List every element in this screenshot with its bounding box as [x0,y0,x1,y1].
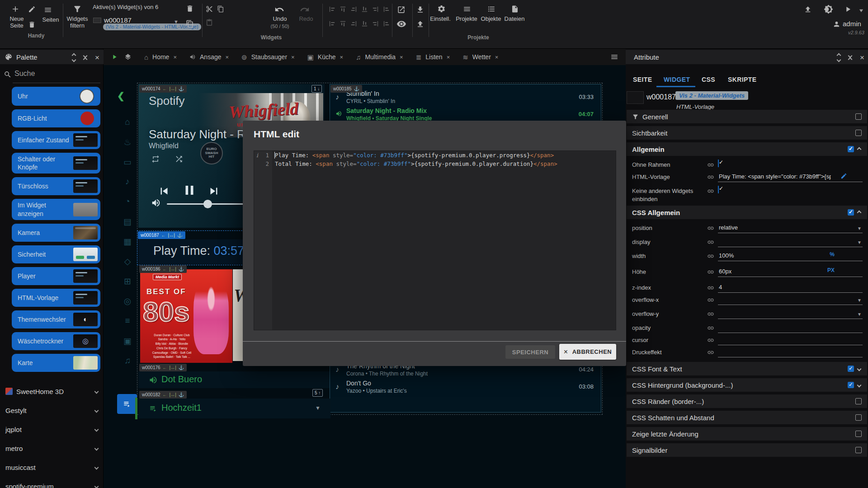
copy-icon[interactable] [217,5,224,13]
anchor-icon[interactable]: ⚓ [354,86,359,91]
redo-icon[interactable] [300,5,310,14]
speaker-row-widget[interactable]: Dot Buero [138,371,330,388]
chart-nav-icon[interactable]: ◔ [120,192,135,211]
pages-menu-icon[interactable] [44,6,52,14]
anchor-icon[interactable]: ⚓ [177,233,183,238]
attr-control[interactable]: 100%% [718,251,863,261]
palette-widget-html[interactable]: HTML-Vorlage [12,289,100,307]
dropdown-caret-icon[interactable]: ▼ [315,405,321,411]
align-top-icon[interactable] [339,5,347,13]
link-icon[interactable] [707,323,718,332]
resize-icon[interactable]: |↔| [170,86,176,91]
close-tab-icon[interactable]: × [340,54,344,61]
pause-icon[interactable] [182,183,197,198]
objects-list-icon[interactable] [487,5,495,13]
section-css-schatten-und-abstand[interactable]: CSS Schatten und Abstand [627,411,867,424]
link-icon[interactable] [707,172,718,181]
previous-track-icon[interactable] [157,184,171,198]
link-icon[interactable] [707,335,718,344]
anchor-icon[interactable]: ⚓ [179,365,184,370]
align-center-vertical-icon[interactable] [350,20,358,28]
attr-control[interactable]: ▼ [718,309,863,319]
chevron-down-icon[interactable] [857,366,862,371]
move-left-icon[interactable]: ← [161,233,166,238]
section-checkbox[interactable] [855,447,862,453]
attr-control[interactable]: ▼ [718,237,863,247]
volume-icon[interactable] [151,198,161,208]
palette-group-gestylt[interactable]: Gestylt [1,404,103,417]
resize-icon[interactable]: |↔| [170,392,176,397]
playlist-song-row[interactable]: ♪Don't GoYazoo • Upstairs at Eric's03:08 [330,379,601,396]
close-palette-icon[interactable]: × [95,54,99,61]
paste-icon[interactable] [206,19,213,26]
delete-widget-icon[interactable] [186,5,194,13]
section-sichtbarkeit[interactable]: Sichtbarkeit [627,126,867,140]
chevron-down-icon[interactable] [94,484,99,488]
user-name[interactable]: admin [843,20,861,28]
tab-staubsauger[interactable]: ⊚Staubsauger× [241,53,295,61]
chevron-down-icon[interactable] [94,465,99,469]
theme-icon[interactable] [824,5,833,14]
chevron-down-icon[interactable] [857,383,862,387]
bring-to-front-icon[interactable] [382,5,390,13]
link-icon[interactable] [707,347,718,356]
attr-control[interactable]: relative▼ [718,223,863,233]
palette-widget-state[interactable]: Einfacher Zustand [12,131,100,149]
distribute-horizontal-icon[interactable] [361,5,368,13]
section-signalbilder[interactable]: Signalbilder [627,443,867,457]
shuffle-icon[interactable] [175,155,184,164]
anchor-icon[interactable]: ⚓ [179,392,184,397]
unfold-more-icon[interactable] [72,54,75,61]
home-nav-icon[interactable]: ⌂ [120,112,135,132]
palette-widget-switches[interactable]: Schalter oder Knöpfe [12,153,100,174]
unit-label[interactable]: PX [827,267,835,273]
dropdown-caret-icon[interactable]: ▼ [857,240,862,245]
palette-widget-rgb[interactable]: RGB-Licht [12,109,100,127]
playlist-select-widget[interactable]: Hochzeit1 ▼ [138,399,330,418]
attr-checkbox[interactable] [718,186,719,193]
tab-listen[interactable]: ≣Listen× [416,53,450,61]
attr-control[interactable] [718,186,863,196]
unit-label[interactable]: % [830,251,835,258]
files-icon[interactable] [511,5,519,13]
section-generell[interactable]: Generell [627,110,867,123]
move-left-icon[interactable]: ← [163,267,167,272]
pages-button[interactable]: Seiten [37,16,64,23]
redo-button[interactable]: Redo [294,15,318,22]
attr-control[interactable]: ▼ [718,295,863,305]
grid-nav-icon[interactable]: ▦ [120,231,135,251]
resize-icon[interactable]: |↔| [170,365,176,370]
attr-control[interactable]: 60pxPX [718,267,863,277]
widget-badge[interactable]: w000186←|↔|⚓ [139,265,187,273]
run-view-icon[interactable] [111,53,118,61]
section-checkbox[interactable] [855,414,862,421]
pencil-icon[interactable] [28,5,36,13]
align-bottom-icon[interactable] [339,20,347,28]
section-checkbox[interactable] [855,398,862,404]
undo-button[interactable]: Undo [268,15,292,22]
section-checkbox[interactable] [848,146,854,152]
resize-icon[interactable]: |↔| [170,267,176,272]
palette-widget-security[interactable]: Sicherheit [12,245,100,263]
export-icon[interactable] [416,20,425,28]
dropdown-caret-icon[interactable]: ▼ [857,312,862,317]
widget-set-badge[interactable]: Vis 2 - Material-Widgets [675,91,748,100]
tv-nav-icon[interactable]: ▤ [120,211,135,231]
section-css-allgemein[interactable]: CSS Allgemein [627,206,867,219]
link-icon[interactable] [707,309,718,318]
plus-box-nav-icon[interactable]: ⊞ [120,271,135,291]
link-icon[interactable] [707,237,718,246]
new-page-button[interactable]: Neue Seite [3,15,31,29]
tab-skripte[interactable]: SKRIPTE [728,76,756,83]
distribute-vertical-icon[interactable] [361,20,368,28]
tab-wetter[interactable]: ≋Wetter× [462,53,498,61]
chevron-up-icon[interactable] [857,147,862,151]
palette-widget-clock[interactable]: Uhr [12,87,100,106]
attr-control[interactable] [718,160,863,170]
send-to-back-icon[interactable] [382,20,390,28]
diamond-nav-icon[interactable]: ◇ [120,251,135,271]
widget-badge[interactable]: w000176←|↔|⚓ [139,364,187,371]
align-right-icon[interactable] [328,20,336,28]
palette-widget-camera[interactable]: Kamera [12,224,100,242]
code-editor[interactable]: i1Play Time: <span style="color: #73b9ff… [254,150,616,330]
